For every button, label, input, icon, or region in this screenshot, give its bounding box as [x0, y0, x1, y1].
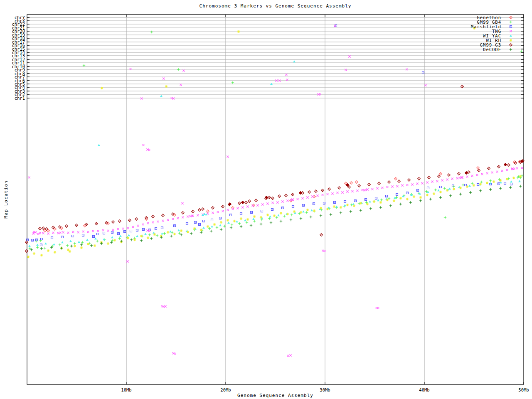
data-point: [94, 244, 96, 247]
data-point: [143, 229, 145, 231]
data-point: [135, 218, 138, 221]
data-point: [429, 198, 432, 200]
data-point: [499, 187, 502, 190]
data-point: [373, 200, 375, 203]
data-point: [200, 229, 202, 231]
data-point: [466, 175, 468, 177]
data-point: [504, 163, 507, 166]
data-point: [232, 208, 234, 210]
data-point: [291, 193, 294, 196]
data-point: [315, 190, 318, 193]
data-point: [92, 230, 94, 232]
data-point: [489, 180, 492, 182]
data-point: [101, 87, 103, 89]
data-point: [261, 203, 264, 205]
data-point: [321, 189, 324, 192]
data-point: [491, 171, 493, 173]
data-point: [112, 229, 114, 231]
data-point: [320, 214, 322, 217]
data-point: [210, 230, 212, 232]
data-point: [271, 202, 273, 204]
data-point: [111, 236, 113, 238]
data-point: [368, 183, 371, 186]
data-point: [174, 225, 176, 227]
x-axis-title: Genome Sequence Assembly: [27, 393, 524, 398]
data-point: [388, 197, 390, 200]
data-point: [410, 194, 413, 196]
data-point: [161, 227, 163, 229]
data-point: [386, 186, 388, 188]
data-point: [132, 226, 134, 228]
data-point: [333, 205, 335, 208]
data-point: [396, 185, 398, 187]
data-point: [220, 221, 222, 224]
data-point: [358, 185, 361, 187]
data-point: [401, 184, 403, 186]
data-point: [222, 210, 224, 212]
data-point: [74, 242, 76, 245]
data-point: [504, 182, 506, 185]
data-point: [25, 250, 28, 253]
data-point: [164, 305, 166, 307]
data-point: [30, 249, 33, 251]
data-point: [172, 352, 174, 354]
data-point: [477, 184, 479, 186]
data-point: [355, 200, 357, 202]
data-point: [128, 234, 130, 236]
data-point: [140, 97, 143, 99]
data-point: [167, 231, 169, 234]
data-point: [27, 256, 30, 258]
data-point: [270, 222, 272, 224]
data-point: [266, 214, 269, 216]
data-point: [421, 182, 423, 184]
data-point: [336, 192, 338, 194]
data-point: [136, 229, 138, 232]
data-point: [493, 180, 495, 183]
data-point: [413, 195, 415, 198]
data-point: [27, 239, 29, 241]
data-point: [248, 200, 251, 203]
data-point: [458, 172, 461, 175]
data-point: [186, 223, 188, 225]
data-point: [66, 244, 69, 247]
data-point: [301, 197, 303, 199]
data-point: [437, 189, 440, 191]
data-point: [507, 164, 510, 167]
data-point: [436, 180, 438, 182]
data-point: [328, 188, 331, 191]
data-point: [443, 187, 446, 190]
data-point: [227, 209, 229, 211]
data-point: [34, 231, 37, 233]
data-point: [118, 220, 121, 223]
scatter-plot-canvas: 10Mb20Mb30Mb40Mb50MbchrYchrXchr22chr21ch…: [0, 0, 532, 399]
data-point: [268, 196, 271, 199]
data-point: [300, 211, 302, 214]
data-point: [251, 212, 253, 214]
data-point: [178, 232, 181, 234]
data-point: [187, 215, 189, 217]
data-point: [142, 223, 144, 225]
data-point: [25, 241, 28, 244]
data-point: [202, 208, 204, 211]
legend-marker-icon: [510, 21, 512, 23]
data-point: [439, 196, 442, 199]
data-point: [252, 218, 255, 220]
data-point: [72, 235, 74, 237]
data-point: [334, 202, 336, 204]
x-tick-label: 50Mb: [518, 387, 529, 392]
data-point: [338, 187, 341, 190]
data-point: [379, 201, 382, 204]
data-point: [230, 227, 232, 229]
data-point: [148, 234, 151, 236]
data-point: [305, 211, 308, 214]
data-point: [244, 219, 246, 221]
data-point: [213, 223, 216, 226]
data-point: [36, 239, 38, 241]
data-point: [111, 232, 113, 234]
data-point: [499, 179, 502, 182]
data-point: [95, 222, 98, 225]
data-point: [130, 230, 132, 232]
data-point: [256, 204, 259, 206]
data-point: [316, 195, 318, 197]
data-point: [172, 218, 174, 220]
